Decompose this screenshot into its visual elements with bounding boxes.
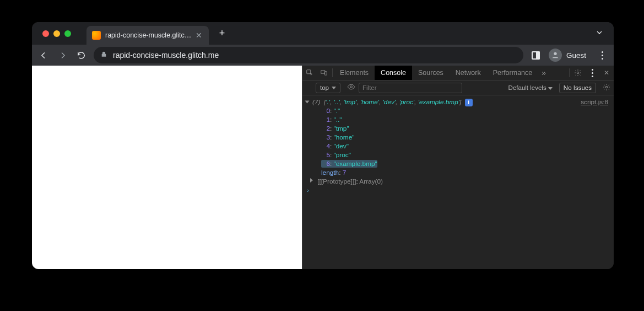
address-bar[interactable]: rapid-concise-muscle.glitch.me bbox=[94, 47, 523, 63]
summary-item: 'tmp' bbox=[343, 98, 356, 106]
devtools-tab-console[interactable]: Console bbox=[375, 66, 412, 80]
svg-point-7 bbox=[350, 86, 353, 88]
info-badge-icon[interactable]: i bbox=[465, 99, 473, 106]
array-entry-row[interactable]: 3: "home" bbox=[302, 133, 614, 142]
devtools-tabs: ElementsConsoleSourcesNetworkPerformance bbox=[334, 66, 538, 80]
log-levels-selector[interactable]: Default levels bbox=[508, 84, 553, 91]
svg-point-0 bbox=[554, 52, 556, 55]
svg-point-4 bbox=[577, 72, 579, 74]
window-controls bbox=[32, 30, 86, 37]
minimize-window-button[interactable] bbox=[53, 30, 60, 37]
forward-button[interactable] bbox=[54, 47, 71, 63]
tab-strip: rapid-concise-muscle.glitch.m ✕ + bbox=[32, 22, 614, 45]
summary-item: 'example.bmp' bbox=[418, 98, 459, 106]
close-tab-icon[interactable]: ✕ bbox=[194, 31, 203, 40]
browser-window: rapid-concise-muscle.glitch.m ✕ + rapid-… bbox=[32, 22, 614, 269]
issues-button[interactable]: No Issues bbox=[559, 83, 596, 93]
array-entry-row[interactable]: 5: "proc" bbox=[302, 151, 614, 159]
svg-point-8 bbox=[605, 86, 608, 88]
console-settings-button[interactable] bbox=[603, 83, 610, 93]
close-window-button[interactable] bbox=[42, 30, 49, 37]
browser-menu-button[interactable] bbox=[594, 47, 610, 63]
devtools-tab-network[interactable]: Network bbox=[450, 66, 487, 80]
devtools-toolbar: ElementsConsoleSourcesNetworkPerformance… bbox=[302, 66, 614, 81]
summary-item: 'home' bbox=[360, 98, 379, 106]
back-button[interactable] bbox=[35, 47, 52, 63]
devtools-tab-performance[interactable]: Performance bbox=[487, 66, 539, 80]
url-text: rapid-concise-muscle.glitch.me bbox=[113, 51, 219, 60]
array-entry-row[interactable]: 6: "example.bmp" bbox=[302, 159, 614, 168]
devtools-settings-button[interactable] bbox=[571, 66, 585, 80]
summary-item: '..' bbox=[334, 98, 340, 106]
summary-item: 'proc' bbox=[399, 98, 414, 106]
live-expression-button[interactable] bbox=[347, 83, 355, 93]
lock-icon bbox=[100, 51, 107, 60]
devtools-menu-button[interactable] bbox=[585, 66, 599, 80]
context-selector[interactable]: top bbox=[316, 83, 340, 93]
filter-input[interactable] bbox=[359, 83, 462, 93]
inspect-element-button[interactable] bbox=[302, 66, 317, 80]
console-output[interactable]: script.js:8 (7) ['.', '..', 'tmp', 'home… bbox=[302, 95, 614, 269]
toolbar: rapid-concise-muscle.glitch.me Guest bbox=[32, 45, 614, 66]
device-toolbar-button[interactable] bbox=[317, 66, 331, 80]
profile-chip[interactable]: Guest bbox=[546, 47, 592, 63]
array-entry-row[interactable]: 0: "." bbox=[302, 106, 614, 115]
tabs-overflow-button[interactable] bbox=[595, 28, 604, 39]
console-filter-bar: top Default levels No Issues bbox=[302, 81, 614, 95]
array-entry-row[interactable]: 4: "dev" bbox=[302, 142, 614, 151]
devtools-close-button[interactable]: ✕ bbox=[599, 66, 614, 80]
array-entry-row[interactable]: 2: "tmp" bbox=[302, 124, 614, 133]
source-link[interactable]: script.js:8 bbox=[581, 98, 608, 106]
console-log-summary[interactable]: script.js:8 (7) ['.', '..', 'tmp', 'home… bbox=[302, 98, 614, 106]
reload-button[interactable] bbox=[73, 47, 89, 63]
expand-arrow-icon[interactable] bbox=[310, 178, 313, 183]
devtools-tab-elements[interactable]: Elements bbox=[334, 66, 375, 80]
length-row: length: 7 bbox=[302, 168, 614, 177]
array-entry-row[interactable]: 1: ".." bbox=[302, 115, 614, 124]
console-prompt[interactable]: › bbox=[302, 186, 614, 195]
profile-label: Guest bbox=[566, 51, 586, 60]
maximize-window-button[interactable] bbox=[64, 30, 71, 37]
avatar-icon bbox=[549, 49, 562, 62]
page-viewport[interactable] bbox=[32, 66, 302, 269]
new-tab-button[interactable]: + bbox=[214, 26, 230, 41]
content-area: ElementsConsoleSourcesNetworkPerformance… bbox=[32, 66, 614, 269]
prototype-row[interactable]: [[[Prototype]]]: Array(0) bbox=[302, 177, 614, 186]
summary-item: 'dev' bbox=[383, 98, 396, 106]
summary-item: '.' bbox=[326, 98, 330, 106]
expand-arrow-icon[interactable] bbox=[305, 101, 310, 104]
side-panel-button[interactable] bbox=[528, 47, 544, 63]
devtools-more-tabs[interactable]: » bbox=[538, 68, 549, 77]
browser-tab[interactable]: rapid-concise-muscle.glitch.m ✕ bbox=[86, 26, 209, 45]
devtools-tab-sources[interactable]: Sources bbox=[412, 66, 450, 80]
devtools-panel: ElementsConsoleSourcesNetworkPerformance… bbox=[302, 66, 614, 269]
tab-favicon bbox=[92, 31, 101, 40]
tab-title: rapid-concise-muscle.glitch.m bbox=[105, 31, 194, 39]
